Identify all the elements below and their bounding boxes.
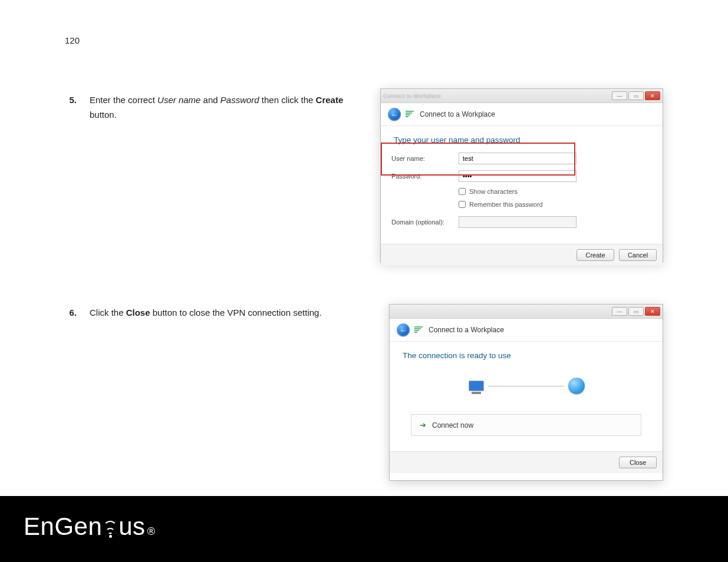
back-arrow-icon: ← — [391, 110, 398, 119]
globe-icon — [565, 374, 588, 398]
password-label: Password: — [391, 173, 450, 180]
maximize-button[interactable]: ▭ — [628, 91, 644, 100]
dialog1-titlebar[interactable]: Connect to Workplace — ▭ ✕ — [381, 89, 663, 103]
dialog2-header: ← Connect to a Workplace — [390, 319, 663, 342]
password-row: Password: — [391, 170, 652, 182]
show-characters-checkbox[interactable] — [459, 188, 466, 195]
close-dialog-button[interactable]: Close — [619, 457, 657, 468]
dialog1-footer: Create Cancel — [381, 244, 663, 266]
t6b: Click the — [90, 308, 126, 318]
connect-now-item[interactable]: ➔ Connect now — [411, 414, 641, 436]
t6bold: Close — [126, 308, 150, 318]
step-5-number: 5. — [64, 93, 77, 123]
brand-footer: EnGenus® — [0, 496, 728, 562]
username-row: User name: — [391, 153, 652, 164]
show-characters-row: Show characters — [391, 188, 652, 195]
dialog2-header-title: Connect to a Workplace — [429, 326, 504, 334]
t-em1: User name — [157, 95, 200, 105]
computer-icon — [465, 374, 488, 398]
maximize-button-2[interactable]: ▭ — [628, 307, 644, 316]
dialog1-header-title: Connect to a Workplace — [420, 110, 495, 118]
dialog1-body: Type your user name and password User na… — [381, 126, 663, 244]
step-5-text: Enter the correct User name and Password… — [90, 93, 370, 123]
t-em2: Password — [220, 95, 259, 105]
dialog2-body: The connection is ready to use ➔ Connect… — [390, 342, 663, 451]
back-button-2[interactable]: ← — [397, 323, 410, 336]
vpn-credentials-dialog: Connect to Workplace — ▭ ✕ ← Connect to … — [380, 88, 663, 263]
dialog2-footer: Close — [390, 451, 663, 473]
create-button[interactable]: Create — [577, 249, 614, 261]
back-button[interactable]: ← — [388, 108, 401, 121]
step-6-text: Click the Close button to close the VPN … — [90, 306, 382, 320]
step-6: 6. Click the Close button to close the V… — [64, 306, 382, 320]
page-number: 120 — [65, 35, 80, 45]
window-controls: — ▭ ✕ — [612, 91, 660, 100]
connection-graphic — [400, 374, 652, 398]
connection-line — [488, 386, 565, 386]
cancel-button[interactable]: Cancel — [619, 249, 657, 261]
t-after: then click the — [259, 95, 316, 105]
t6a: button to close the VPN connection setti… — [150, 308, 322, 318]
network-bars-icon — [406, 111, 415, 118]
domain-row: Domain (optional): — [391, 216, 652, 228]
minimize-button-2[interactable]: — — [612, 307, 627, 316]
step-6-number: 6. — [64, 306, 77, 320]
step-5: 5. Enter the correct User name and Passw… — [64, 93, 370, 123]
dialog1-title-blur: Connect to Workplace — [383, 93, 441, 99]
remember-password-label: Remember this password — [469, 201, 543, 208]
username-label: User name: — [391, 155, 450, 162]
network-bars-icon-2 — [414, 326, 424, 334]
window-controls-2: — ▭ ✕ — [612, 307, 660, 316]
dialog1-header: ← Connect to a Workplace — [381, 103, 663, 126]
t: Enter the correct — [90, 95, 157, 105]
close-button-2[interactable]: ✕ — [645, 307, 660, 316]
close-button[interactable]: ✕ — [645, 91, 660, 100]
dialog2-titlebar[interactable]: — ▭ ✕ — [390, 305, 663, 319]
registered-icon: ® — [147, 525, 156, 538]
domain-label: Domain (optional): — [391, 219, 450, 226]
dialog1-heading: Type your user name and password — [394, 135, 652, 144]
logo-en: En — [24, 513, 54, 541]
connect-now-label: Connect now — [432, 421, 473, 429]
vpn-ready-dialog: — ▭ ✕ ← Connect to a Workplace The conne… — [389, 304, 663, 481]
remember-password-checkbox[interactable] — [459, 201, 466, 208]
remember-password-row: Remember this password — [391, 201, 652, 208]
username-input[interactable] — [459, 153, 577, 164]
back-arrow-icon-2: ← — [400, 326, 407, 335]
logo-us: us — [118, 513, 145, 541]
wifi-icon — [103, 521, 117, 539]
t-tail: button. — [90, 110, 117, 120]
logo-gen: Gen — [54, 513, 102, 541]
t-bold: Create — [316, 95, 344, 105]
dialog2-heading: The connection is ready to use — [403, 351, 652, 360]
domain-input[interactable] — [459, 216, 577, 228]
t-mid: and — [200, 95, 220, 105]
engenius-logo: EnGenus® — [24, 513, 155, 546]
password-input[interactable] — [459, 170, 577, 182]
arrow-right-icon: ➔ — [420, 421, 426, 429]
show-characters-label: Show characters — [469, 188, 518, 195]
minimize-button[interactable]: — — [612, 91, 627, 100]
